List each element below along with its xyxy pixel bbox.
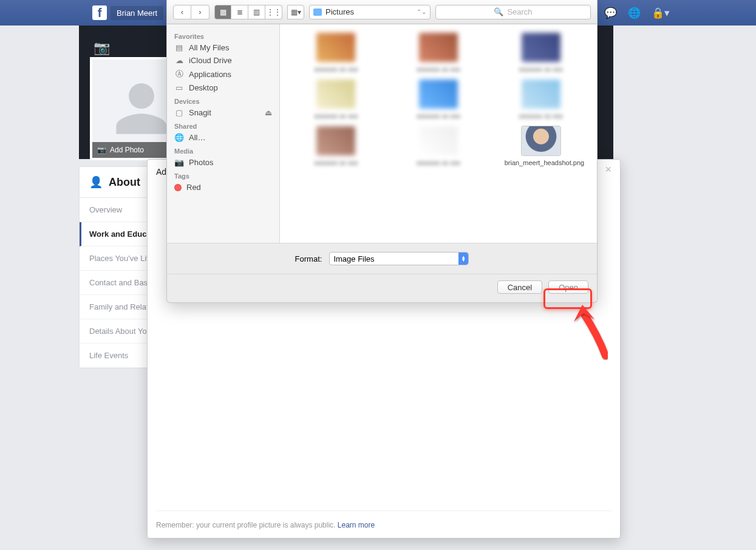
finder-open-dialog: ‹ › ▦ ≣ ▥ ⋮⋮ ▦▾ Pictures ⌃⌄ 🔍 Search Fav… — [166, 0, 598, 303]
nav-buttons: ‹ › — [173, 5, 209, 19]
modal-separator — [156, 511, 611, 511]
cover-camera-icon[interactable]: 📷 — [94, 40, 110, 56]
file-item[interactable]: xxxxxxx xx xxx — [285, 126, 387, 167]
camera-icon: 📷 — [97, 146, 106, 154]
sidebar-item-photos[interactable]: 📷Photos — [167, 156, 279, 169]
camera-icon: 📷 — [174, 158, 184, 167]
add-photo-label: Add Photo — [110, 146, 144, 154]
modal-title: Ad — [156, 167, 166, 177]
disk-icon: ▢ — [174, 108, 184, 117]
format-select[interactable]: Image Files ▴▾ — [329, 252, 469, 265]
cancel-button[interactable]: Cancel — [497, 280, 542, 294]
all-files-icon: ▤ — [174, 43, 184, 52]
format-label: Format: — [295, 254, 322, 263]
file-item[interactable]: xxxxxxx xx xxx — [387, 80, 490, 120]
file-grid: xxxxxxx xx xxx xxxxxxx xx xxx xxxxxxx xx… — [280, 24, 597, 243]
chevron-updown-icon: ⌃⌄ — [417, 8, 426, 15]
sidebar-tag-red[interactable]: Red — [167, 181, 279, 194]
file-item[interactable]: xxxxxxx xx xxx — [387, 33, 490, 73]
modal-close-button[interactable]: × — [605, 163, 611, 176]
finder-toolbar: ‹ › ▦ ≣ ▥ ⋮⋮ ▦▾ Pictures ⌃⌄ 🔍 Search — [167, 0, 597, 24]
file-item[interactable]: xxxxxxx xx xxx — [489, 33, 592, 73]
cloud-icon: ☁ — [174, 56, 184, 65]
forward-button[interactable]: › — [191, 5, 209, 19]
coverflow-view-button[interactable]: ⋮⋮ — [265, 5, 282, 19]
facebook-logo[interactable]: f — [92, 5, 107, 20]
tag-dot-red — [174, 184, 182, 191]
file-item[interactable]: xxxxxxx xx xxx — [285, 80, 387, 120]
facebook-user-chip[interactable]: Brian Meert — [111, 6, 163, 20]
favorites-header: Favorites — [167, 29, 279, 41]
eject-icon[interactable]: ⏏ — [265, 108, 272, 117]
learn-more-link[interactable]: Learn more — [338, 521, 375, 529]
person-icon: 👤 — [89, 175, 103, 189]
chevron-updown-icon: ▴▾ — [458, 253, 468, 265]
path-label: Pictures — [325, 7, 354, 16]
sidebar-item-snagit[interactable]: ▢Snagit⏏ — [167, 106, 279, 119]
search-field[interactable]: 🔍 Search — [435, 5, 591, 19]
path-dropdown[interactable]: Pictures ⌃⌄ — [309, 5, 431, 19]
applications-icon: Ⓐ — [174, 69, 184, 80]
media-header: Media — [167, 144, 279, 156]
back-button[interactable]: ‹ — [173, 5, 191, 19]
desktop-icon: ▭ — [174, 83, 184, 92]
sidebar-item-all-my-files[interactable]: ▤All My Files — [167, 41, 279, 54]
format-row: Format: Image Files ▴▾ — [167, 243, 597, 274]
open-button[interactable]: Open — [548, 280, 588, 294]
shared-header: Shared — [167, 119, 279, 131]
sidebar-item-icloud[interactable]: ☁iCloud Drive — [167, 54, 279, 67]
network-icon: 🌐 — [174, 133, 184, 142]
file-item-headshot[interactable]: brian_meert_headshot.png — [489, 126, 592, 167]
column-view-button[interactable]: ▥ — [248, 5, 265, 19]
icon-view-button[interactable]: ▦ — [214, 5, 231, 19]
tags-header: Tags — [167, 169, 279, 181]
file-item[interactable]: xxxxxxx xx xxx — [489, 80, 592, 120]
silhouette-icon — [111, 78, 172, 139]
list-view-button[interactable]: ≣ — [231, 5, 248, 19]
search-placeholder: Search — [507, 7, 532, 16]
dialog-buttons: Cancel Open — [167, 274, 597, 302]
finder-sidebar: Favorites ▤All My Files ☁iCloud Drive ⒶA… — [167, 24, 280, 243]
folder-icon — [313, 8, 322, 16]
chat-icon[interactable]: 💬 — [604, 7, 617, 19]
view-mode-segment: ▦ ≣ ▥ ⋮⋮ — [214, 5, 282, 19]
file-name-label: brian_meert_headshot.png — [505, 159, 577, 167]
modal-footer: Remember: your current profile picture i… — [156, 521, 375, 529]
group-segment: ▦▾ — [287, 5, 304, 19]
file-item[interactable]: xxxxxxx xx xxx — [285, 33, 387, 73]
sidebar-item-desktop[interactable]: ▭Desktop — [167, 81, 279, 94]
search-icon: 🔍 — [494, 7, 503, 16]
group-button[interactable]: ▦▾ — [287, 5, 304, 19]
globe-icon[interactable]: 🌐 — [628, 7, 641, 19]
file-item[interactable]: xxxxxxx xx xxx — [387, 126, 490, 167]
sidebar-item-applications[interactable]: ⒶApplications — [167, 67, 279, 81]
privacy-lock-icon[interactable]: 🔒▾ — [652, 7, 670, 19]
devices-header: Devices — [167, 94, 279, 106]
sidebar-item-shared-all[interactable]: 🌐All… — [167, 131, 279, 144]
